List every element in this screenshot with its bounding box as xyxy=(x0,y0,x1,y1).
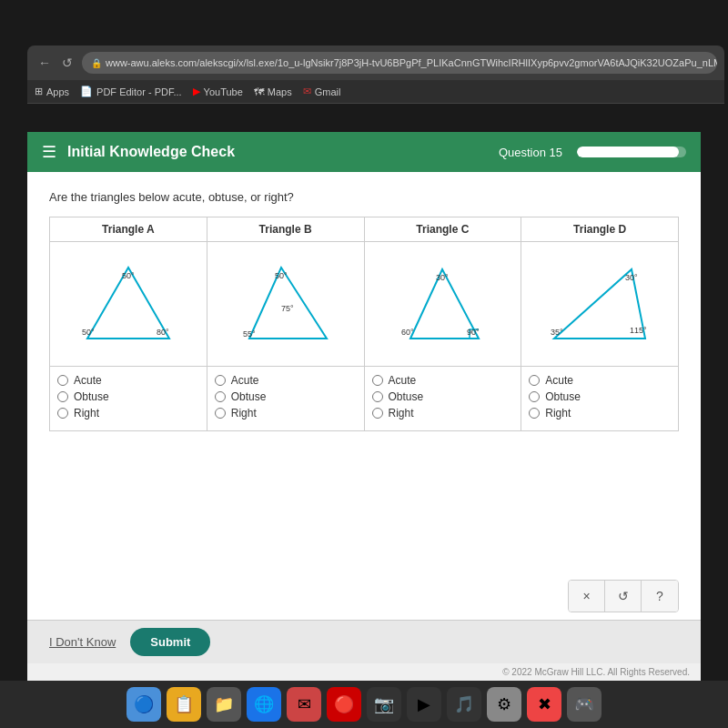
taskbar-camera[interactable]: 📷 xyxy=(367,687,401,722)
angle-b-mid: 75° xyxy=(281,304,294,313)
triangle-b-header: Triangle B xyxy=(207,217,364,242)
triangle-c-acute-radio[interactable] xyxy=(372,375,383,386)
progress-bar xyxy=(577,147,686,157)
angle-b-left: 55° xyxy=(243,329,256,339)
progress-fill xyxy=(577,147,679,157)
triangle-c-options: Acute Obtuse Right xyxy=(364,367,521,431)
address-bar[interactable]: 🔒 www-awu.aleks.com/alekscgi/x/lsl.exe/1… xyxy=(82,52,717,74)
angle-d-top: 30° xyxy=(625,273,638,282)
triangle-d-right-label: Right xyxy=(545,407,571,420)
page-content: Are the triangles below acute, obtuse, o… xyxy=(27,172,701,572)
taskbar-close[interactable]: ✖ xyxy=(527,687,561,722)
taskbar-mail[interactable]: ✉ xyxy=(287,687,321,722)
svg-marker-1 xyxy=(249,268,327,339)
triangle-b-obtuse-radio[interactable] xyxy=(215,391,226,402)
copyright-text: © 2022 McGraw Hill LLC. All Rights Reser… xyxy=(27,663,701,681)
angle-b-top: 50° xyxy=(275,271,288,280)
bookmark-pdf[interactable]: 📄 PDF Editor - PDF... xyxy=(80,86,182,97)
triangle-c-obtuse-radio[interactable] xyxy=(372,391,383,402)
angle-c-top: 30° xyxy=(436,273,449,282)
gmail-icon: ✉ xyxy=(303,86,311,97)
taskbar: 🔵 📋 📁 🌐 ✉ 🔴 📷 ▶ 🎵 ⚙ ✖ 🎮 xyxy=(0,681,728,728)
bookmark-youtube[interactable]: ▶ YouTube xyxy=(193,86,243,97)
triangle-a-cell: 50° 50° 80° xyxy=(50,242,207,367)
angle-d-right: 115° xyxy=(630,326,647,335)
taskbar-music[interactable]: 🎵 xyxy=(447,687,481,722)
bookmark-maps[interactable]: 🗺 Maps xyxy=(254,86,292,97)
bookmark-apps[interactable]: ⊞ Apps xyxy=(35,86,69,97)
angle-a-top: 50° xyxy=(122,271,135,280)
angle-d-left: 35° xyxy=(551,328,563,337)
triangle-c-header: Triangle C xyxy=(364,217,521,242)
maps-icon: 🗺 xyxy=(254,86,264,97)
triangle-c-svg: 30° 60° 90° xyxy=(392,258,492,349)
bottom-bar: I Don't Know Submit xyxy=(27,620,701,663)
bookmark-gmail[interactable]: ✉ Gmail xyxy=(303,86,341,97)
undo-button[interactable]: ↺ xyxy=(605,581,642,612)
triangle-b-right-radio[interactable] xyxy=(215,408,226,419)
triangle-b-right-label: Right xyxy=(231,407,257,420)
triangle-b-options: Acute Obtuse Right xyxy=(207,367,364,431)
triangle-c-cell: 30° 60° 90° xyxy=(364,242,521,367)
triangle-table: Triangle A Triangle B Triangle C Triangl… xyxy=(49,217,679,431)
triangle-d-cell: 30° 115° 35° xyxy=(521,242,679,367)
taskbar-media[interactable]: ▶ xyxy=(407,687,441,722)
dont-know-button[interactable]: I Don't Know xyxy=(49,635,116,649)
taskbar-settings[interactable]: ⚙ xyxy=(487,687,521,722)
question-number: Question 15 xyxy=(499,146,562,159)
url-text: www-awu.aleks.com/alekscgi/x/lsl.exe/1o_… xyxy=(106,57,717,68)
taskbar-notes[interactable]: 📋 xyxy=(167,687,201,722)
taskbar-game[interactable]: 🎮 xyxy=(567,687,602,722)
taskbar-chrome[interactable]: 🌐 xyxy=(247,687,281,722)
triangle-d-acute-label: Acute xyxy=(545,374,573,387)
triangle-d-right-radio[interactable] xyxy=(529,408,540,419)
triangle-c-right-radio[interactable] xyxy=(372,408,383,419)
triangle-a-obtuse-radio[interactable] xyxy=(57,391,68,402)
page-title: Initial Knowledge Check xyxy=(67,144,235,160)
triangle-d-obtuse-radio[interactable] xyxy=(529,391,540,402)
triangle-a-acute-radio[interactable] xyxy=(57,375,68,386)
lock-icon: 🔒 xyxy=(91,58,102,68)
action-area: × ↺ ? xyxy=(27,572,701,620)
triangle-b-acute-radio[interactable] xyxy=(215,375,226,386)
refresh-button[interactable]: ↺ xyxy=(58,54,76,72)
pdf-icon: 📄 xyxy=(80,86,93,97)
angle-a-left: 50° xyxy=(82,328,95,337)
action-buttons: × ↺ ? xyxy=(568,580,679,612)
triangle-a-right-label: Right xyxy=(74,407,99,420)
triangle-a-options: Acute Obtuse Right xyxy=(50,367,207,431)
angle-c-right: 90° xyxy=(467,328,480,337)
apps-icon: ⊞ xyxy=(35,86,43,97)
triangle-d-acute-radio[interactable] xyxy=(529,375,540,386)
triangle-d-svg: 30° 115° 35° xyxy=(550,258,650,349)
taskbar-finder[interactable]: 🔵 xyxy=(126,687,161,722)
triangle-c-acute-label: Acute xyxy=(389,374,417,387)
taskbar-app1[interactable]: 🔴 xyxy=(327,687,361,722)
triangle-b-svg: 50° 75° 55° xyxy=(236,258,336,349)
angle-c-left: 60° xyxy=(401,328,414,337)
help-button[interactable]: ? xyxy=(642,581,678,612)
triangle-a-svg: 50° 50° 80° xyxy=(78,258,178,349)
triangle-c-obtuse-label: Obtuse xyxy=(389,390,424,403)
triangle-a-right-radio[interactable] xyxy=(57,408,68,419)
triangle-b-cell: 50° 75° 55° xyxy=(207,242,364,367)
angle-a-right: 80° xyxy=(157,328,169,337)
triangle-a-obtuse-label: Obtuse xyxy=(74,390,109,403)
taskbar-files[interactable]: 📁 xyxy=(207,687,241,722)
triangle-c-right-label: Right xyxy=(389,407,414,420)
youtube-icon: ▶ xyxy=(193,86,200,97)
triangle-b-obtuse-label: Obtuse xyxy=(231,390,267,403)
back-button[interactable]: ← xyxy=(35,54,55,72)
triangle-d-header: Triangle D xyxy=(521,217,679,242)
triangle-d-obtuse-label: Obtuse xyxy=(545,390,581,403)
question-text: Are the triangles below acute, obtuse, o… xyxy=(49,190,679,204)
aleks-header: ☰ Initial Knowledge Check Question 15 xyxy=(27,132,701,172)
triangle-a-acute-label: Acute xyxy=(74,374,102,387)
clear-button[interactable]: × xyxy=(569,581,605,612)
triangle-b-acute-label: Acute xyxy=(231,374,259,387)
triangle-d-options: Acute Obtuse Right xyxy=(521,367,679,431)
menu-icon[interactable]: ☰ xyxy=(42,142,56,162)
submit-button[interactable]: Submit xyxy=(130,628,210,656)
triangle-a-header: Triangle A xyxy=(50,217,207,242)
